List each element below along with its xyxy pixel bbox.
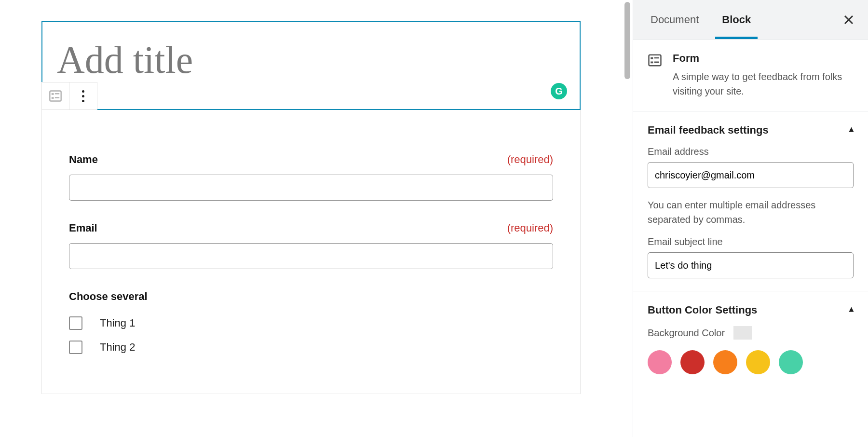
field-label-row: Email (required) bbox=[69, 222, 553, 234]
svg-rect-11 bbox=[654, 62, 659, 63]
checkbox-option-label: Thing 2 bbox=[100, 341, 135, 354]
field-email: Email (required) bbox=[69, 222, 553, 269]
form-block-body: Name (required) Email (required) Choose … bbox=[41, 110, 581, 394]
checkbox-group-label: Choose several bbox=[69, 290, 553, 303]
required-badge: (required) bbox=[507, 222, 553, 234]
color-swatch[interactable] bbox=[713, 350, 737, 374]
checkbox-option-label: Thing 1 bbox=[100, 317, 135, 329]
email-subject-input[interactable] bbox=[648, 252, 854, 278]
more-vertical-icon bbox=[82, 90, 84, 102]
color-swatch[interactable] bbox=[680, 350, 705, 374]
block-title: Form bbox=[673, 52, 854, 65]
form-block-icon bbox=[648, 53, 662, 69]
form-icon bbox=[49, 89, 62, 103]
chevron-up-icon: ▾ bbox=[849, 125, 854, 136]
svg-rect-10 bbox=[651, 62, 653, 64]
background-color-row: Background Color bbox=[648, 326, 854, 340]
background-color-label: Background Color bbox=[648, 328, 725, 339]
button-color-panel: Button Color Settings ▾ Background Color bbox=[633, 291, 868, 387]
checkbox-row[interactable]: Thing 2 bbox=[69, 341, 553, 354]
email-address-hint: You can enter multiple email addresses s… bbox=[648, 198, 854, 227]
field-label: Email bbox=[69, 222, 97, 234]
form-icon bbox=[648, 53, 662, 68]
svg-rect-8 bbox=[651, 57, 653, 59]
settings-sidebar: Document Block bbox=[633, 0, 868, 437]
title-block[interactable]: Add title G bbox=[41, 21, 581, 110]
scrollbar-thumb[interactable] bbox=[624, 2, 630, 79]
block-toolbar bbox=[41, 82, 97, 110]
svg-rect-9 bbox=[654, 57, 659, 59]
close-sidebar-button[interactable] bbox=[839, 10, 858, 29]
block-info-panel: Form A simple way to get feedback from f… bbox=[633, 40, 868, 111]
editor-canvas: Add title G bbox=[0, 0, 622, 437]
svg-rect-3 bbox=[52, 97, 54, 99]
field-name: Name (required) bbox=[69, 153, 553, 201]
chevron-up-icon: ▾ bbox=[849, 305, 854, 315]
email-address-input[interactable] bbox=[648, 162, 854, 188]
title-placeholder[interactable]: Add title bbox=[57, 41, 562, 79]
email-address-label: Email address bbox=[648, 146, 854, 157]
required-badge: (required) bbox=[507, 153, 553, 166]
field-label-row: Name (required) bbox=[69, 153, 553, 166]
checkbox-icon[interactable] bbox=[69, 341, 82, 354]
svg-rect-1 bbox=[52, 93, 54, 95]
checkbox-group: Choose several Thing 1 Thing 2 bbox=[69, 290, 553, 354]
button-color-toggle[interactable]: Button Color Settings ▾ bbox=[648, 304, 854, 316]
checkbox-icon[interactable] bbox=[69, 316, 82, 330]
panel-title: Button Color Settings bbox=[648, 304, 757, 316]
block-description: A simple way to get feedback from folks … bbox=[673, 69, 854, 98]
close-icon bbox=[844, 15, 854, 25]
email-settings-toggle[interactable]: Email feedback settings ▾ bbox=[648, 124, 854, 137]
svg-rect-2 bbox=[55, 93, 59, 94]
block-more-button[interactable] bbox=[69, 82, 97, 110]
svg-rect-7 bbox=[649, 55, 661, 66]
name-input[interactable] bbox=[69, 175, 553, 201]
email-input[interactable] bbox=[69, 243, 553, 269]
editor-scrollbar[interactable] bbox=[622, 0, 633, 437]
tab-document[interactable]: Document bbox=[649, 0, 701, 39]
grammarly-icon[interactable]: G bbox=[551, 83, 567, 99]
block-type-button[interactable] bbox=[41, 82, 69, 110]
sidebar-tabs: Document Block bbox=[633, 0, 868, 40]
panel-title: Email feedback settings bbox=[648, 124, 769, 137]
svg-rect-4 bbox=[55, 97, 59, 98]
email-settings-panel: Email feedback settings ▾ Email address … bbox=[633, 111, 868, 291]
color-swatch[interactable] bbox=[746, 350, 770, 374]
background-color-sample[interactable] bbox=[733, 326, 752, 340]
color-swatch[interactable] bbox=[648, 350, 672, 374]
email-subject-label: Email subject line bbox=[648, 236, 854, 247]
tab-block[interactable]: Block bbox=[720, 0, 753, 39]
field-label: Name bbox=[69, 153, 98, 166]
app-root: Add title G bbox=[0, 0, 868, 437]
color-swatch-row bbox=[648, 350, 854, 374]
svg-rect-0 bbox=[50, 91, 61, 101]
checkbox-row[interactable]: Thing 1 bbox=[69, 316, 553, 330]
color-swatch[interactable] bbox=[779, 350, 803, 374]
